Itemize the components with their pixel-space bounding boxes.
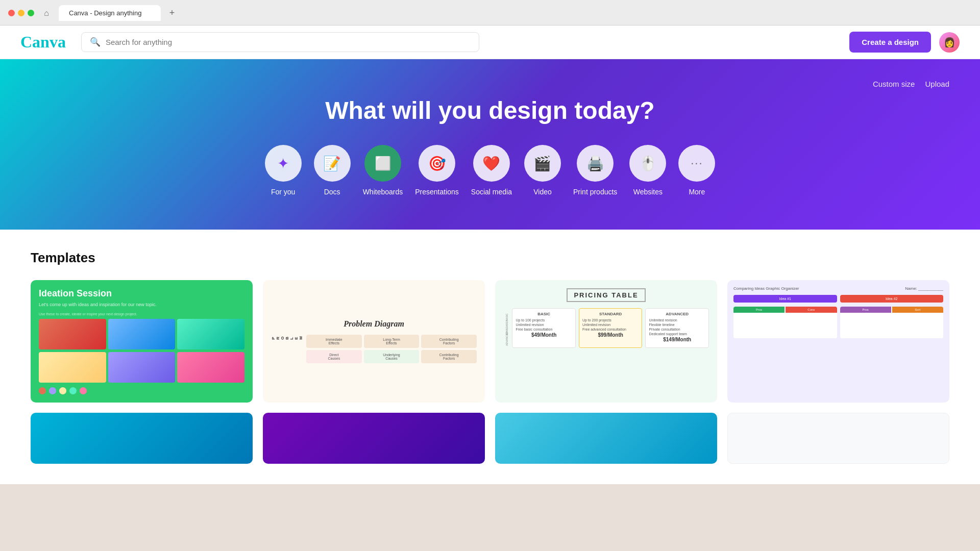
pricing-feature-8: Flexible timeline [649, 323, 705, 327]
section-1-content [733, 313, 837, 338]
websites-icon: 🖱️ [639, 155, 657, 172]
upload-link[interactable]: Upload [925, 80, 949, 88]
category-websites[interactable]: 🖱️ Websites [629, 145, 666, 196]
whiteboards-icon: ⬜ [375, 156, 391, 171]
category-icons: ✦ For you 📝 Docs ⬜ Whiteboards 🎯 [31, 145, 949, 196]
category-docs[interactable]: 📝 Docs [314, 145, 351, 196]
browser-tab[interactable]: Canva - Design anything [59, 5, 161, 21]
templates-second-row [31, 413, 949, 464]
search-input[interactable] [106, 38, 471, 46]
tab-bar: Canva - Design anything [59, 5, 161, 21]
home-button[interactable]: ⌂ [39, 6, 54, 20]
template-card-blue-2[interactable] [495, 413, 717, 464]
category-whiteboards[interactable]: ⬜ Whiteboards [363, 145, 403, 196]
color-dot-1 [39, 387, 46, 394]
category-for-you[interactable]: ✦ For you [265, 145, 302, 196]
category-presentations[interactable]: 🎯 Presentations [415, 145, 459, 196]
canva-logo[interactable]: Canva [20, 33, 66, 52]
search-icon: 🔍 [90, 37, 101, 47]
sidebar-advanced: ADVANCED [505, 332, 508, 345]
app-container: Canva 🔍 Create a design 👩 Custom size Up… [0, 26, 980, 484]
color-dot-5 [80, 387, 87, 394]
color-dot-3 [59, 387, 66, 394]
templates-grid: Ideation Session Let's come up with idea… [31, 280, 949, 403]
traffic-lights [8, 10, 34, 16]
problem-box-6: ContributingFactors [421, 350, 477, 363]
section-1-header: Pros Cons [733, 307, 837, 313]
category-more[interactable]: ··· More [678, 145, 715, 196]
template-img-5 [108, 352, 176, 383]
category-label-social-media: Social media [471, 188, 512, 196]
pricing-cols: Basic Up to 100 projects Unlimited revis… [512, 308, 709, 348]
pricing-feature-10: Dedicated support team [649, 332, 705, 336]
category-label-video: Video [533, 188, 552, 196]
pros-purple-tag: Pros [840, 307, 891, 313]
template-title-ideation: Ideation Session [39, 288, 244, 299]
category-circle-print-products: 🖨️ [577, 145, 614, 182]
pricing-table-layout: BASIC STANDARD ADVANCED Basic Up to 100 … [503, 308, 709, 348]
search-bar: 🔍 [81, 32, 479, 52]
hero-title: What will you design today? [31, 96, 949, 124]
category-circle-websites: 🖱️ [629, 145, 666, 182]
category-circle-video: 🎬 [524, 145, 561, 182]
template-image-grid-ideation [39, 319, 244, 383]
avatar[interactable]: 👩 [939, 32, 960, 53]
color-dot-2 [49, 387, 56, 394]
template-img-3 [177, 319, 244, 349]
category-circle-for-you: ✦ [265, 145, 302, 182]
close-button[interactable] [8, 10, 15, 16]
category-video[interactable]: 🎬 Video [524, 145, 561, 196]
category-label-websites: Websites [633, 188, 663, 196]
custom-size-link[interactable]: Custom size [873, 80, 915, 88]
pricing-feature-1: Up to 100 projects [516, 318, 572, 322]
sidebar-labels: BASIC STANDARD ADVANCED [504, 308, 510, 348]
template-color-dots [39, 387, 244, 394]
templates-section: Templates Ideation Session Let's come up… [0, 230, 980, 484]
template-img-6 [177, 352, 244, 383]
idea-1-label: Idea #1 [733, 295, 837, 303]
pricing-feature-9: Private consultation [649, 328, 705, 331]
pricing-col-advanced: Advanced Unlimited revision Flexible tim… [645, 308, 709, 348]
section-2-header: Pros Sort [840, 307, 944, 313]
problem-boxes: ImmediateEffects Long-TermEffects Contri… [306, 335, 477, 363]
hero-section: Custom size Upload What will you design … [0, 59, 980, 230]
template-note-ideation: Use these to create, ideate or inspire y… [39, 312, 244, 316]
pricing-price-basic: $49/Month [516, 332, 572, 338]
category-circle-more: ··· [678, 145, 715, 182]
create-design-button[interactable]: Create a design [849, 32, 931, 53]
category-label-whiteboards: Whiteboards [363, 188, 403, 196]
print-products-icon: 🖨️ [586, 155, 604, 172]
template-card-purple-1[interactable] [263, 413, 485, 464]
graphic-organizer-header: Comparing Ideas Graphic Organizer Name: … [733, 286, 943, 291]
template-card-graphic-organizer[interactable]: Comparing Ideas Graphic Organizer Name: … [727, 280, 949, 403]
template-card-ideation-session[interactable]: Ideation Session Let's come up with idea… [31, 280, 253, 403]
template-card-pricing-table[interactable]: PRICING TABLE BASIC STANDARD ADVANCED Ba… [495, 280, 717, 403]
new-tab-button[interactable]: + [166, 7, 178, 19]
template-card-problem-diagram[interactable]: Problem Diagram PROBLEM ImmediateEffects… [263, 280, 485, 403]
app-header: Canva 🔍 Create a design 👩 [0, 26, 980, 59]
graphic-organizer-title: Comparing Ideas Graphic Organizer [733, 286, 799, 291]
category-circle-social-media: ❤️ [473, 145, 510, 182]
template-title-problem-diagram: Problem Diagram [344, 319, 404, 329]
more-icon: ··· [691, 157, 703, 170]
category-circle-whiteboards: ⬜ [364, 145, 401, 182]
category-circle-presentations: 🎯 [419, 145, 455, 182]
pricing-feature-5: Unlimited revision [582, 323, 639, 327]
cons-tag: Cons [786, 307, 837, 313]
presentations-icon: 🎯 [428, 155, 446, 172]
problem-box-3: ContributingFactors [421, 335, 477, 348]
category-social-media[interactable]: ❤️ Social media [471, 145, 512, 196]
maximize-button[interactable] [28, 10, 34, 16]
docs-icon: 📝 [323, 155, 341, 172]
template-card-light-1[interactable] [727, 413, 949, 464]
template-card-blue-1[interactable] [31, 413, 253, 464]
template-img-4 [39, 352, 106, 383]
problem-left-label: PROBLEM [271, 335, 303, 363]
graphic-organizer-name-field: Name: ___________ [905, 286, 943, 291]
pros-tag: Pros [733, 307, 785, 313]
pricing-col-title-basic: Basic [516, 312, 572, 316]
minimize-button[interactable] [18, 10, 24, 16]
sidebar-basic: BASIC [505, 313, 508, 321]
category-print-products[interactable]: 🖨️ Print products [573, 145, 617, 196]
graphic-organizer-grid: Pros Cons Pros Sort [733, 307, 943, 338]
